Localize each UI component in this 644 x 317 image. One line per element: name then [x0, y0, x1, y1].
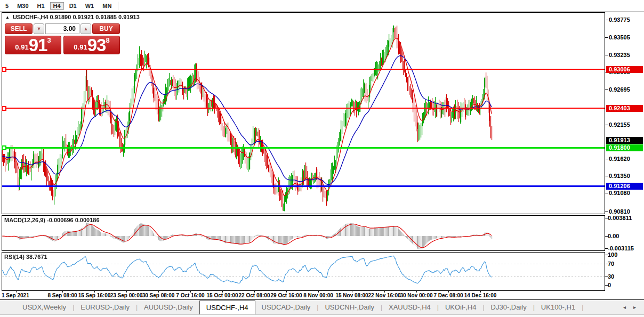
x-axis-date-label: 14 Dec 16:00 — [464, 292, 497, 298]
chart-title-text: USDCHF-,H4 0.91890 0.91921 0.91885 0.919… — [13, 14, 140, 20]
mt4-terminal: 5M30H1H4D1W1MN ▲ USDCHF-,H4 0.91890 0.91… — [0, 0, 644, 317]
tab-usdchf-h4[interactable]: USDCHF-,H4 — [199, 300, 255, 314]
x-axis-date-label: 15 Nov 08:00 — [335, 292, 368, 298]
horizontal-level-line-0.91800[interactable] — [2, 147, 605, 149]
rsi-axis-tick — [605, 277, 608, 277]
volume-increase-button[interactable]: ▲ — [80, 23, 91, 34]
line-drag-handle[interactable] — [2, 67, 6, 72]
tab-xauusd-h4[interactable]: XAUUSD-,H4 — [382, 300, 437, 314]
status-strip — [0, 315, 644, 317]
volume-input[interactable] — [45, 23, 79, 34]
x-axis-date-label: 29 Oct 16:00 — [271, 292, 302, 298]
toolbar-separator — [118, 2, 118, 10]
sell-price-big: 91 — [29, 38, 47, 53]
y-axis-tick — [605, 193, 608, 193]
tab-uk100-h1[interactable]: UK100-,H1 — [535, 300, 582, 314]
horizontal-level-line-0.93006[interactable] — [2, 69, 605, 70]
x-axis-date-label: 23 Sep 00:00 — [110, 292, 143, 298]
collapse-triangle-icon[interactable]: ▲ — [5, 15, 10, 20]
price-line-label-0.93006: 0.93006 — [606, 66, 643, 73]
y-axis-tick-label: 0.90810 — [609, 208, 630, 215]
sell-price-button[interactable]: 0.91913 — [5, 36, 61, 54]
y-axis-tick-label: 0.91620 — [609, 156, 630, 162]
macd-label: MACD(12,26,9) -0.000696 0.000186 — [4, 217, 100, 223]
x-axis-date-label: 8 Sep 08:00 — [47, 292, 77, 298]
horizontal-level-line-0.91206[interactable] — [2, 185, 605, 187]
x-axis-date-label: 30 Sep 08:00 — [142, 292, 175, 298]
timeframe-button-5[interactable]: 5 — [2, 2, 12, 10]
y-axis-tick-label: 0.91350 — [609, 173, 630, 180]
tabs-scroll-left-icon[interactable]: ◂ — [619, 300, 630, 314]
timeframe-button-mn[interactable]: MN — [99, 2, 115, 10]
y-axis-tick — [605, 20, 608, 20]
sell-price-prefix: 0.91 — [15, 42, 28, 53]
timeframe-button-w1[interactable]: W1 — [82, 2, 98, 10]
rsi-axis-tick — [605, 285, 608, 286]
rsi-axis-tick-label: 0 — [608, 282, 611, 288]
chart-title: ▲ USDCHF-,H4 0.91890 0.91921 0.91885 0.9… — [5, 14, 140, 20]
buy-price-pip: 8 — [106, 37, 109, 44]
timeframe-button-m30[interactable]: M30 — [14, 2, 31, 10]
tabs-scroll-right-icon[interactable]: ▸ — [630, 300, 640, 314]
macd-axis-tick-label: -0.003115 — [608, 245, 634, 251]
rsi-axis-tick-label: 70 — [608, 261, 614, 267]
x-axis-date-label: 30 Nov 00:00 — [400, 292, 432, 298]
rsi-axis-tick-label: 30 — [608, 273, 614, 280]
tab-usdcnh-daily[interactable]: USDCNH-,Daily — [318, 300, 380, 314]
rsi-axis-tick — [605, 255, 608, 255]
timeframe-toolbar: 5M30H1H4D1W1MN — [0, 0, 644, 12]
x-axis-date-label: 1 Sep 2021 — [2, 292, 29, 298]
y-axis-tick — [605, 176, 608, 176]
buy-price-button[interactable]: 0.91938 — [63, 36, 120, 54]
horizontal-level-line-0.92403[interactable] — [2, 108, 605, 109]
y-axis-tick-label: 0.92695 — [609, 86, 630, 93]
timeframe-button-d1[interactable]: D1 — [66, 2, 80, 10]
sell-price-pip: 3 — [47, 37, 51, 44]
line-drag-handle[interactable] — [2, 145, 6, 150]
price-line-label-0.92403: 0.92403 — [606, 105, 643, 112]
price-line-label-0.91800: 0.91800 — [606, 144, 643, 151]
y-axis-tick-label: 0.92155 — [609, 121, 630, 128]
rsi-axis-tick-label: 100 — [608, 251, 617, 258]
y-axis-tick — [605, 159, 608, 159]
timeframe-button-h4[interactable]: H4 — [50, 2, 64, 10]
tab-audusd-daily[interactable]: AUDUSD-,Daily — [138, 300, 199, 314]
tab-eurusd-daily[interactable]: EURUSD-,Daily — [74, 300, 136, 314]
tab-ukoil-h4[interactable]: UKOil-,H4 — [439, 300, 483, 314]
rsi-axis-tick — [605, 264, 608, 264]
volume-decrease-button[interactable]: ▼ — [34, 23, 44, 34]
rsi-indicator-canvas[interactable] — [2, 253, 605, 290]
macd-axis-tick — [605, 236, 608, 237]
buy-button[interactable]: BUY — [92, 23, 120, 34]
tab-dj30-daily[interactable]: DJ30-,Daily — [485, 300, 533, 314]
buy-price-big: 93 — [87, 38, 106, 53]
sell-button[interactable]: SELL — [5, 23, 33, 34]
x-axis-date-label: 22 Nov 16:00 — [368, 292, 400, 298]
y-axis-tick-label: 0.93505 — [609, 34, 630, 41]
macd-axis-tick — [605, 218, 608, 218]
x-axis-date-label: 7 Dec 08:00 — [433, 292, 463, 298]
price-line-label-0.91913: 0.91913 — [606, 137, 643, 144]
y-axis-tick-label: 0.93235 — [609, 52, 630, 59]
one-click-trading-panel: SELL ▼ ▲ BUY 0.91913 0.91938 — [5, 23, 120, 54]
tab-usdcad-daily[interactable]: USDCAD-,Daily — [255, 300, 317, 314]
x-axis-date-label: 15 Oct 00:00 — [207, 292, 238, 298]
y-axis-tick — [605, 37, 608, 38]
y-axis-tick-label: 0.93775 — [609, 17, 630, 23]
timeframe-button-h1[interactable]: H1 — [34, 2, 48, 10]
x-axis-date-label: 8 Nov 00:00 — [303, 292, 333, 298]
macd-axis-tick-label: 0.00 — [608, 233, 619, 239]
price-line-label-0.91206: 0.91206 — [606, 183, 643, 190]
symbol-tabbar: USDX,Weekly|EURUSD-,Daily|AUDUSD-,DailyU… — [0, 300, 644, 315]
x-axis-date-label: 15 Sep 16:00 — [78, 292, 111, 298]
macd-axis-tick — [605, 248, 608, 249]
rsi-label: RSI(14) 38.7671 — [4, 254, 47, 260]
x-axis-date-label: 7 Oct 16:00 — [176, 292, 204, 298]
x-axis-date-label: 22 Oct 08:00 — [239, 292, 270, 298]
line-drag-handle[interactable] — [2, 106, 6, 111]
buy-price-prefix: 0.91 — [74, 42, 87, 53]
y-axis-tick — [605, 125, 608, 125]
tab-usdx-weekly[interactable]: USDX,Weekly — [16, 300, 73, 314]
y-axis-tick — [605, 90, 608, 90]
y-axis-tick-label: 0.91080 — [609, 190, 630, 197]
